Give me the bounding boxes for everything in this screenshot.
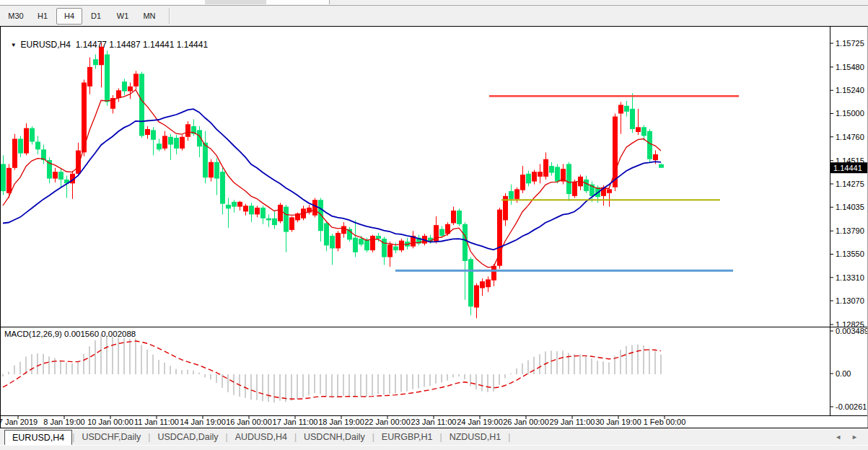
svg-text:11 Jan 11:00: 11 Jan 11:00	[134, 418, 179, 426]
svg-text:1.13310: 1.13310	[836, 273, 864, 282]
svg-text:24 Jan 19:00: 24 Jan 19:00	[457, 418, 503, 426]
tab-nzdusd-h1[interactable]: NZDUSD,H1	[442, 430, 509, 445]
timeframe-button-h4[interactable]: H4	[56, 8, 82, 25]
svg-text:1.15240: 1.15240	[836, 86, 864, 94]
svg-text:-0.002617: -0.002617	[836, 402, 868, 411]
timeframe-button-w1[interactable]: W1	[110, 8, 136, 25]
tab-audusd-h4[interactable]: AUDUSD,H4	[228, 430, 294, 445]
tab-usdcnh-daily[interactable]: USDCNH,Daily	[297, 430, 372, 445]
tab-separator: |	[508, 432, 510, 442]
chart-tab-bar: EURUSD,H4|USDCHF,Daily|USDCAD,Daily|AUDU…	[0, 429, 868, 445]
macd-indicator-label: MACD(12,26,9) 0.001560 0.002088	[4, 330, 136, 338]
svg-text:18 Jan 19:00: 18 Jan 19:00	[318, 418, 364, 426]
symbol-label: EURUSD,H4	[21, 40, 71, 50]
svg-text:1 Feb 00:00: 1 Feb 00:00	[644, 418, 686, 426]
svg-text:1.14035: 1.14035	[836, 203, 864, 211]
svg-text:17 Jan 11:00: 17 Jan 11:00	[273, 418, 318, 426]
svg-text:1.14275: 1.14275	[836, 180, 864, 188]
svg-text:1.15480: 1.15480	[836, 63, 864, 71]
svg-text:1.15000: 1.15000	[836, 109, 864, 118]
svg-text:1.13070: 1.13070	[836, 296, 864, 305]
svg-text:0.00: 0.00	[836, 369, 851, 378]
symbol-dropdown-icon[interactable]: ▼	[11, 42, 17, 48]
tab-scroll-left-icon[interactable]: ◄	[835, 433, 841, 441]
svg-text:23 Jan 11:00: 23 Jan 11:00	[411, 418, 457, 426]
ohlc-readout: 1.14477 1.14487 1.14441 1.14441	[76, 40, 209, 50]
svg-text:16 Jan 00:00: 16 Jan 00:00	[226, 418, 272, 426]
timeframe-button-h1[interactable]: H1	[30, 8, 56, 25]
timeframe-button-d1[interactable]: D1	[83, 8, 109, 25]
chart-canvas[interactable]: 1.157251.154801.152401.150001.147601.145…	[0, 0, 868, 428]
timeframe-button-m30[interactable]: M30	[3, 8, 29, 25]
svg-text:7 Jan 2019: 7 Jan 2019	[0, 418, 38, 426]
svg-text:30 Jan 19:00: 30 Jan 19:00	[595, 418, 641, 426]
svg-text:26 Jan 00:00: 26 Jan 00:00	[503, 418, 549, 426]
statusbar-strip	[0, 445, 868, 450]
tab-eurusd-h4[interactable]: EURUSD,H4	[4, 430, 72, 445]
svg-text:1.13550: 1.13550	[836, 250, 864, 258]
timeframe-toolbar: M30H1H4D1W1MN	[0, 6, 868, 26]
time-axis[interactable]: 7 Jan 20198 Jan 19:0010 Jan 00:0011 Jan …	[0, 416, 685, 426]
svg-text:1.14760: 1.14760	[836, 133, 864, 141]
toolbar-separator	[169, 8, 170, 24]
timeframe-button-mn[interactable]: MN	[136, 8, 162, 25]
tab-usdcad-daily[interactable]: USDCAD,Daily	[150, 430, 225, 445]
svg-text:0.003489: 0.003489	[836, 327, 868, 335]
chart-symbol-title: ▼EURUSD,H4 1.14477 1.14487 1.14441 1.144…	[6, 30, 208, 50]
tab-usdchf-daily[interactable]: USDCHF,Daily	[74, 430, 148, 445]
current-price-tag: 1.14441	[830, 162, 868, 173]
svg-text:1.15725: 1.15725	[836, 39, 864, 48]
tab-scroll-right-icon[interactable]: ►	[851, 433, 858, 441]
svg-text:14 Jan 19:00: 14 Jan 19:00	[180, 418, 226, 426]
svg-text:8 Jan 19:00: 8 Jan 19:00	[43, 418, 85, 426]
svg-text:29 Jan 11:00: 29 Jan 11:00	[550, 418, 595, 426]
svg-text:1.14441: 1.14441	[833, 164, 862, 172]
tab-eurgbp-h1[interactable]: EURGBP,H1	[374, 430, 440, 445]
svg-text:22 Jan 00:00: 22 Jan 00:00	[364, 418, 411, 426]
svg-text:1.13790: 1.13790	[836, 226, 864, 235]
svg-text:10 Jan 00:00: 10 Jan 00:00	[87, 418, 133, 426]
